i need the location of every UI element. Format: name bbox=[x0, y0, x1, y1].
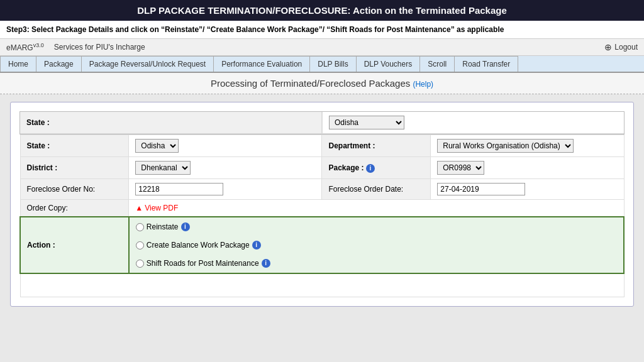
state-label: State : bbox=[20, 112, 322, 134]
tab-dlp-vouchers[interactable]: DLP Vouchers bbox=[357, 56, 421, 72]
row-empty bbox=[20, 273, 624, 297]
tab-dlp-bills[interactable]: DLP Bills bbox=[310, 56, 356, 72]
foreclosure-order-no-label: Foreclose Order No: bbox=[20, 179, 129, 200]
department-value-cell: Rural Works Organisation (Odisha) bbox=[431, 135, 624, 157]
department-dropdown[interactable]: Rural Works Organisation (Odisha) bbox=[437, 139, 574, 153]
main-content: State : Odisha document.querySelector('[… bbox=[0, 94, 644, 314]
package-label-cell: Package : i bbox=[322, 157, 431, 179]
tab-scroll[interactable]: Scroll bbox=[420, 56, 455, 72]
page-heading-area: Processing of Terminated/Foreclosed Pack… bbox=[0, 73, 644, 94]
header-title: DLP PACKAGE TERMINATION/FORECLOSURE: Act… bbox=[0, 0, 644, 21]
reinstate-info-icon[interactable]: i bbox=[181, 222, 190, 231]
form-container: State : Odisha document.querySelector('[… bbox=[10, 102, 634, 307]
reinstate-label: Reinstate bbox=[147, 222, 179, 231]
row-state-department: State : Odisha Department : Rural Works … bbox=[20, 135, 624, 157]
foreclosure-order-no-value-cell bbox=[129, 179, 322, 200]
logout-button[interactable]: ⊕ Logout bbox=[604, 42, 638, 52]
reinstate-option: Reinstate i bbox=[136, 222, 617, 231]
package-info-icon[interactable]: i bbox=[366, 164, 375, 173]
form-grid: State : Odisha document.querySelector('[… bbox=[19, 111, 625, 134]
page-heading: Processing of Terminated/Foreclosed Pack… bbox=[211, 78, 433, 89]
shift-roads-radio[interactable] bbox=[136, 260, 144, 268]
state-value-cell: Odisha bbox=[129, 135, 322, 157]
state-value-cell: Odisha document.querySelector('[data-nam… bbox=[322, 112, 624, 134]
tab-performance-evaluation[interactable]: Performance Evaluation bbox=[214, 56, 310, 72]
reinstate-radio[interactable] bbox=[136, 223, 144, 231]
create-balance-radio[interactable] bbox=[136, 241, 144, 250]
top-bar: eMARGv3.0 Services for PIU's Incharge ⊕ … bbox=[0, 39, 644, 56]
row-action: Action : Reinstate i Create Balance Work… bbox=[20, 217, 624, 273]
department-label: Department : bbox=[322, 135, 431, 157]
row-order-copy: Order Copy: View PDF bbox=[20, 200, 624, 217]
row-foreclosure-order: Foreclose Order No: Foreclose Order Date… bbox=[20, 179, 624, 200]
foreclosure-order-date-label: Foreclose Order Date: bbox=[322, 179, 431, 200]
row-district-package: District : Dhenkanal Package : i OR0998 bbox=[20, 157, 624, 179]
state-label: State : bbox=[20, 135, 129, 157]
shift-roads-info-icon[interactable]: i bbox=[262, 259, 270, 268]
order-copy-value-cell: View PDF bbox=[129, 200, 624, 217]
app-name: eMARGv3.0 bbox=[6, 42, 44, 52]
shift-roads-label: Shift Roads for Post Maintenance bbox=[147, 259, 259, 268]
help-link[interactable]: (Help) bbox=[413, 80, 433, 89]
foreclosure-order-no-input[interactable] bbox=[135, 183, 223, 195]
form-table: State : Odisha Department : Rural Works … bbox=[19, 134, 625, 297]
tab-reversal[interactable]: Package Reversal/Unlock Request bbox=[82, 56, 214, 72]
order-copy-label: Order Copy: bbox=[20, 200, 129, 217]
logout-icon: ⊕ bbox=[604, 42, 612, 52]
create-balance-info-icon[interactable]: i bbox=[252, 241, 261, 250]
district-dropdown[interactable]: Dhenkanal bbox=[135, 161, 191, 175]
tab-home[interactable]: Home bbox=[0, 56, 36, 72]
district-value-cell: Dhenkanal bbox=[129, 157, 322, 179]
district-label: District : bbox=[20, 157, 129, 179]
service-label: Services for PIU's Incharge bbox=[54, 43, 145, 52]
create-balance-option: Create Balance Work Package i bbox=[136, 241, 617, 250]
shift-roads-option: Shift Roads for Post Maintenance i bbox=[136, 259, 617, 268]
tab-road-transfer[interactable]: Road Transfer bbox=[455, 56, 518, 72]
foreclosure-order-date-value-cell bbox=[431, 179, 624, 200]
state-dropdown[interactable]: Odisha bbox=[135, 139, 179, 153]
nav-bar: Home Package Package Reversal/Unlock Req… bbox=[0, 56, 644, 73]
empty-row bbox=[20, 273, 624, 297]
step-bar: Step3: Select Package Details and click … bbox=[0, 21, 644, 39]
package-value-cell: OR0998 bbox=[431, 157, 624, 179]
state-select[interactable]: Odisha bbox=[329, 116, 404, 129]
create-balance-label: Create Balance Work Package bbox=[147, 241, 250, 250]
package-dropdown[interactable]: OR0998 bbox=[437, 161, 484, 175]
foreclosure-order-date-input[interactable] bbox=[437, 183, 525, 195]
action-options-cell: Reinstate i Create Balance Work Package … bbox=[129, 217, 624, 273]
tab-package[interactable]: Package bbox=[36, 56, 82, 72]
package-label: Package : bbox=[328, 163, 364, 172]
view-pdf-link[interactable]: View PDF bbox=[135, 204, 178, 212]
action-label: Action : bbox=[20, 217, 129, 273]
